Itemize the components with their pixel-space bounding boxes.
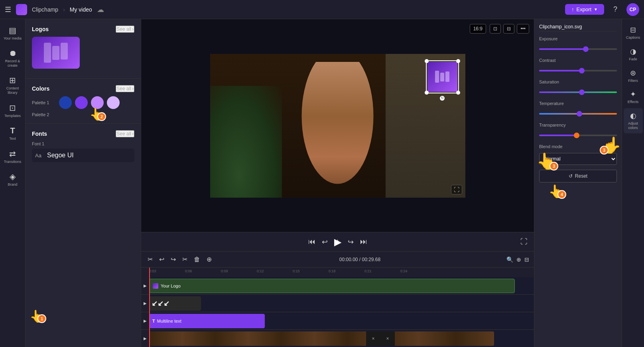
logos-section: Logos See all › <box>26 22 141 75</box>
arrow-track-content[interactable]: ↙↙↙ <box>149 295 534 312</box>
aspect-ratio-badge: 16:9 <box>470 24 486 34</box>
handle-bl[interactable] <box>425 91 429 95</box>
playhead[interactable] <box>149 268 150 347</box>
sidebar-item-filters[interactable]: ⊛ Filters <box>624 65 643 86</box>
logo-stripes-decoration <box>44 43 68 63</box>
sidebar-item-record[interactable]: ⏺ Record & create <box>2 46 24 71</box>
logos-title: Logos <box>32 26 49 32</box>
split-tool-button[interactable]: ✂ <box>146 254 154 265</box>
contrast-slider[interactable] <box>539 70 617 71</box>
timeline-toolbar: ✂ ↩ ↪ ✂ 🗑 ⊕ 00:00.00 / 00:29.68 🔍 ⊕ ⊟ <box>141 252 534 268</box>
add-media-button[interactable]: ⊕ <box>205 254 213 265</box>
color-swatch-lavender[interactable] <box>107 96 120 109</box>
saturation-section: Saturation <box>539 79 617 96</box>
handle-br[interactable] <box>456 91 460 95</box>
skip-forward-button[interactable]: ⏭ <box>360 238 367 246</box>
reset-button[interactable]: ↺ Reset <box>539 170 617 182</box>
cursor-annotation-1: 👆 1 <box>30 309 44 323</box>
video-track: ▶ × <box>141 330 534 347</box>
temperature-thumb[interactable] <box>577 111 582 117</box>
timeline-content: 0:03 0:06 0:09 0:12 0:15 0:18 0:21 0:24 <box>141 268 534 347</box>
contrast-thumb[interactable] <box>579 68 585 73</box>
export-button[interactable]: ↑ Export ▼ <box>565 4 604 15</box>
sidebar-item-content-library[interactable]: ⊞ Content library <box>2 72 24 98</box>
logo-track-clip[interactable]: Your Logo <box>149 279 515 293</box>
sidebar-item-transitions[interactable]: ⇄ Transitions <box>2 146 24 167</box>
exposure-thumb[interactable] <box>583 46 589 52</box>
video-title[interactable]: My video <box>70 6 92 13</box>
video-track-content[interactable]: × × <box>149 330 534 347</box>
saturation-slider[interactable] <box>539 91 617 93</box>
sidebar-item-captions[interactable]: ⊟ Captions <box>624 22 643 43</box>
tick-0:09: 0:09 <box>221 268 257 273</box>
text-track-clip[interactable]: T Multiline text <box>149 314 265 328</box>
blend-mode-select[interactable]: Normal Multiply Screen Overlay Darken Li… <box>539 153 617 165</box>
app-name: Clipchamp <box>32 6 58 13</box>
skip-back-button[interactable]: ⏮ <box>308 238 315 246</box>
colors-title: Colors <box>32 85 49 92</box>
text-track-play-btn[interactable]: ▶ <box>144 319 147 323</box>
transparency-slider[interactable] <box>539 135 617 136</box>
filters-icon: ⊛ <box>630 69 636 77</box>
zoom-in-button[interactable]: ⊕ <box>516 256 521 263</box>
undo-button[interactable]: ↩ <box>158 254 166 265</box>
delete-button[interactable]: 🗑 <box>192 254 202 265</box>
forward-button[interactable]: ↪ <box>348 238 354 246</box>
exposure-slider[interactable] <box>539 48 617 50</box>
logo-track-content[interactable]: Your Logo <box>149 277 534 294</box>
help-button[interactable]: ? <box>609 3 622 16</box>
logo-preview-thumbnail[interactable] <box>32 37 80 69</box>
colors-see-all-button[interactable]: See all › <box>116 85 134 92</box>
transparency-thumb[interactable] <box>574 133 579 138</box>
fit-timeline-button[interactable]: ⊟ <box>524 256 529 263</box>
record-icon: ⏺ <box>9 49 17 58</box>
blend-mode-section: Blend mode Normal Multiply Screen Overla… <box>539 144 617 165</box>
saturation-thumb[interactable] <box>579 89 585 95</box>
user-avatar[interactable]: CP <box>626 3 639 16</box>
canvas-area: 16:9 ⊡ ⊟ ••• <box>141 19 534 232</box>
exposure-section: Exposure <box>539 36 617 53</box>
fonts-header: Fonts See all › <box>32 130 134 137</box>
font-item-segoe[interactable]: Aa Segoe UI <box>32 149 134 162</box>
sidebar-item-templates[interactable]: ⊡ Templates <box>2 100 24 121</box>
logo-track-play-btn[interactable]: ▶ <box>144 284 147 288</box>
rewind-button[interactable]: ↩ <box>322 238 328 246</box>
arrow-track-play-btn[interactable]: ▶ <box>144 301 147 305</box>
zoom-out-button[interactable]: 🔍 <box>506 256 513 263</box>
hamburger-menu[interactable]: ☰ <box>5 5 11 14</box>
export-dropdown-arrow: ▼ <box>594 7 598 12</box>
export-icon: ↑ <box>571 6 574 12</box>
color-swatch-pink[interactable] <box>91 96 104 109</box>
color-swatch-blue[interactable] <box>59 96 72 109</box>
sidebar-item-fade[interactable]: ◑ Fade <box>624 44 643 65</box>
canvas-resize-button[interactable]: ⊡ <box>490 24 501 34</box>
text-track-content[interactable]: T Multiline text <box>149 312 534 329</box>
sidebar-item-adjust-colors[interactable]: ◐ Adjust colors <box>624 108 643 133</box>
video-track-clip[interactable]: × × <box>149 331 526 346</box>
canvas-more-button[interactable]: ••• <box>517 24 529 34</box>
color-swatch-purple[interactable] <box>75 96 88 109</box>
sidebar-item-your-media[interactable]: ▤ Your media <box>2 22 24 44</box>
play-button[interactable]: ▶ <box>334 236 341 248</box>
arrow-clip[interactable]: ↙↙↙ <box>149 296 201 311</box>
handle-tr[interactable] <box>456 59 460 63</box>
redo-button[interactable]: ↪ <box>169 254 177 265</box>
video-track-play-btn[interactable]: ▶ <box>144 336 147 341</box>
temperature-slider[interactable] <box>539 113 617 115</box>
sidebar-item-brand[interactable]: ◈ Brand <box>2 169 24 190</box>
logo-overlay-container[interactable]: ↻ <box>427 62 457 92</box>
logos-see-all-button[interactable]: See all › <box>116 26 134 33</box>
timeline-tracks: ▶ Your Logo ▶ <box>141 277 534 347</box>
sidebar-item-effects[interactable]: ✦ Effects <box>624 87 643 107</box>
saturation-label: Saturation <box>539 79 617 84</box>
fonts-see-all-button[interactable]: See all › <box>116 130 134 137</box>
center-area: 16:9 ⊡ ⊟ ••• <box>141 19 534 347</box>
cut-button[interactable]: ✂ <box>181 254 189 265</box>
sidebar-item-text[interactable]: T Text <box>2 123 24 144</box>
handle-tl[interactable] <box>425 59 429 63</box>
fullscreen-playback-button[interactable]: ⛶ <box>520 238 528 246</box>
canvas-split-button[interactable]: ⊟ <box>503 24 514 34</box>
video-frame[interactable]: ↻ ⛶ › <box>210 54 465 198</box>
text-track-label: ▶ <box>141 312 149 329</box>
fullscreen-button[interactable]: ⛶ <box>451 185 462 194</box>
